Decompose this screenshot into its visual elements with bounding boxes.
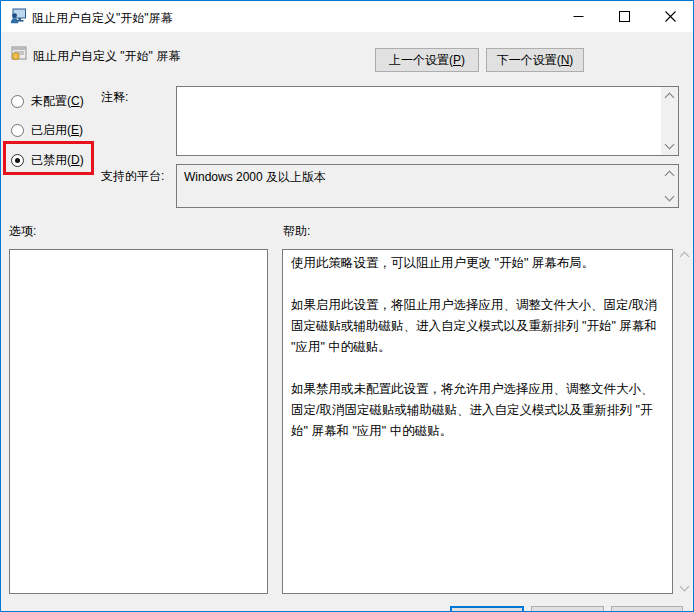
radio-circle-icon: [11, 124, 24, 137]
platform-scrollbar: [661, 165, 678, 207]
close-icon: [665, 11, 676, 22]
minimize-icon: [573, 11, 584, 22]
red-highlight-annotation: [3, 141, 94, 175]
radio-label: 已启用(E): [31, 122, 83, 139]
radio-label: 未配置(C): [31, 93, 84, 110]
supported-on-label: 支持的平台:: [101, 168, 164, 185]
supported-on-field: Windows 2000 及以上版本: [176, 164, 679, 208]
comment-scrollbar[interactable]: [661, 87, 678, 155]
scroll-down-icon: [665, 192, 675, 202]
next-setting-button[interactable]: 下一个设置(N): [486, 48, 584, 72]
help-paragraph: 使用此策略设置，可以阻止用户更改 "开始" 屏幕布局。: [291, 253, 664, 274]
radio-not-configured[interactable]: 未配置(C): [11, 93, 84, 110]
close-button[interactable]: [647, 1, 693, 32]
policy-icon: [11, 45, 27, 61]
help-panel[interactable]: 使用此策略设置，可以阻止用户更改 "开始" 屏幕布局。 如果启用此设置，将阻止用…: [282, 249, 673, 594]
scroll-up-icon: [665, 171, 675, 181]
options-label: 选项:: [9, 223, 36, 240]
maximize-icon: [619, 11, 630, 22]
comment-input[interactable]: [176, 86, 679, 156]
radio-circle-icon: [11, 95, 24, 108]
window-title: 阻止用户自定义"开始"屏幕: [32, 10, 173, 27]
apply-button[interactable]: [611, 606, 683, 612]
window-controls: [555, 1, 693, 32]
cancel-button[interactable]: [531, 606, 604, 612]
comment-label: 注释:: [101, 89, 128, 106]
maximize-button[interactable]: [601, 1, 647, 32]
scroll-up-icon[interactable]: [665, 93, 675, 103]
scroll-down-icon[interactable]: [665, 140, 675, 150]
scroll-up-icon[interactable]: [680, 252, 690, 262]
title-bar[interactable]: 阻止用户自定义"开始"屏幕: [1, 1, 693, 32]
minimize-button[interactable]: [555, 1, 601, 32]
help-paragraph: 如果启用此设置，将阻止用户选择应用、调整文件大小、固定/取消固定磁贴或辅助磁贴、…: [291, 295, 664, 358]
previous-setting-button[interactable]: 上一个设置(P): [375, 48, 479, 72]
scroll-down-icon[interactable]: [680, 582, 690, 592]
app-icon: [10, 8, 26, 24]
help-paragraph: 如果禁用或未配置此设置，将允许用户选择应用、调整文件大小、固定/取消固定磁贴或辅…: [291, 379, 664, 442]
options-panel: [9, 249, 268, 594]
help-label: 帮助:: [283, 223, 310, 240]
policy-name: 阻止用户自定义 "开始" 屏幕: [33, 48, 180, 65]
ok-button[interactable]: [450, 606, 524, 612]
supported-on-value: Windows 2000 及以上版本: [184, 170, 326, 184]
policy-setting-dialog: 阻止用户自定义"开始"屏幕 阻止用户自定义 "开始" 屏幕: [0, 0, 694, 612]
radio-enabled[interactable]: 已启用(E): [11, 122, 83, 139]
policy-header: 阻止用户自定义 "开始" 屏幕 上一个设置(P) 下一个设置(N): [1, 32, 693, 76]
help-scrollbar[interactable]: [677, 251, 692, 592]
